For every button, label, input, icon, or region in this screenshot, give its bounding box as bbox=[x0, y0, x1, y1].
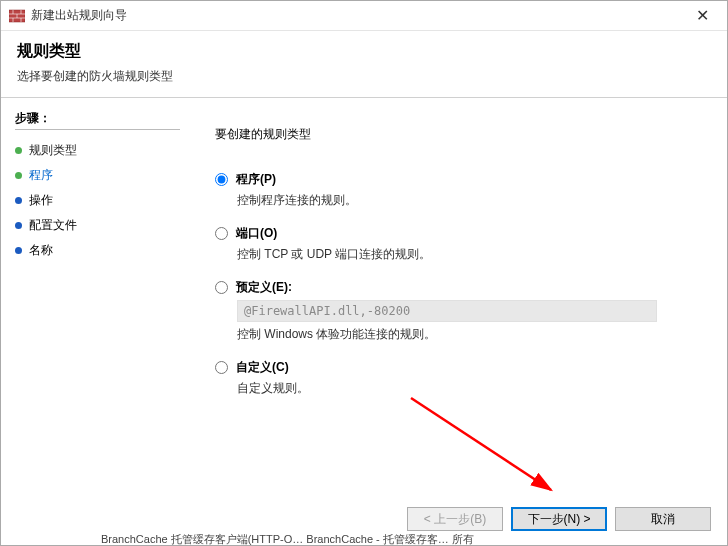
steps-sidebar: 步骤： 规则类型 程序 操作 配置文件 名称 bbox=[1, 98, 187, 545]
step-label: 操作 bbox=[29, 192, 53, 209]
step-item-action[interactable]: 操作 bbox=[15, 188, 180, 213]
radio-label: 端口(O) bbox=[236, 225, 277, 242]
wizard-content: 要创建的规则类型 程序(P) 控制程序连接的规则。 端口(O) 控制 TCP 或… bbox=[187, 98, 727, 545]
wizard-body: 步骤： 规则类型 程序 操作 配置文件 名称 bbox=[1, 98, 727, 545]
bullet-icon bbox=[15, 197, 22, 204]
page-title: 规则类型 bbox=[17, 41, 711, 62]
radio-port[interactable] bbox=[215, 227, 228, 240]
radio-desc: 控制 Windows 体验功能连接的规则。 bbox=[237, 326, 699, 343]
predefined-dropdown: @FirewallAPI.dll,-80200 bbox=[237, 300, 657, 322]
steps-heading: 步骤： bbox=[15, 110, 180, 127]
wizard-window: 新建出站规则向导 ✕ 规则类型 选择要创建的防火墙规则类型 步骤： 规则类型 程… bbox=[0, 0, 728, 546]
radio-desc: 自定义规则。 bbox=[237, 380, 699, 397]
step-label: 规则类型 bbox=[29, 142, 77, 159]
step-item-program[interactable]: 程序 bbox=[15, 163, 180, 188]
radio-desc: 控制 TCP 或 UDP 端口连接的规则。 bbox=[237, 246, 699, 263]
bullet-icon bbox=[15, 222, 22, 229]
step-item-rule-type[interactable]: 规则类型 bbox=[15, 138, 180, 163]
window-title: 新建出站规则向导 bbox=[31, 7, 127, 24]
radio-option-custom[interactable]: 自定义(C) bbox=[215, 359, 699, 376]
radio-option-program[interactable]: 程序(P) bbox=[215, 171, 699, 188]
radio-desc: 控制程序连接的规则。 bbox=[237, 192, 699, 209]
wizard-footer: < 上一步(B) 下一步(N) > 取消 bbox=[407, 507, 711, 531]
bullet-icon bbox=[15, 147, 22, 154]
close-button[interactable]: ✕ bbox=[681, 1, 723, 30]
firewall-icon bbox=[9, 8, 25, 24]
page-subtitle: 选择要创建的防火墙规则类型 bbox=[17, 68, 711, 85]
step-label: 配置文件 bbox=[29, 217, 77, 234]
radio-predefined[interactable] bbox=[215, 281, 228, 294]
step-item-profile[interactable]: 配置文件 bbox=[15, 213, 180, 238]
back-button: < 上一步(B) bbox=[407, 507, 503, 531]
background-row-peek: BranchCache 托管缓存客户端(HTTP-O… BranchCache … bbox=[101, 532, 474, 546]
content-heading: 要创建的规则类型 bbox=[215, 126, 699, 143]
titlebar: 新建出站规则向导 ✕ bbox=[1, 1, 727, 31]
radio-program[interactable] bbox=[215, 173, 228, 186]
step-label[interactable]: 程序 bbox=[29, 167, 53, 184]
bullet-icon bbox=[15, 172, 22, 179]
cancel-button[interactable]: 取消 bbox=[615, 507, 711, 531]
step-label: 名称 bbox=[29, 242, 53, 259]
bullet-icon bbox=[15, 247, 22, 254]
wizard-header: 规则类型 选择要创建的防火墙规则类型 bbox=[1, 31, 727, 97]
radio-option-port[interactable]: 端口(O) bbox=[215, 225, 699, 242]
radio-custom[interactable] bbox=[215, 361, 228, 374]
step-item-name[interactable]: 名称 bbox=[15, 238, 180, 263]
radio-label: 程序(P) bbox=[236, 171, 276, 188]
close-icon: ✕ bbox=[696, 6, 709, 25]
radio-label: 自定义(C) bbox=[236, 359, 289, 376]
radio-label: 预定义(E): bbox=[236, 279, 292, 296]
radio-option-predefined[interactable]: 预定义(E): bbox=[215, 279, 699, 296]
next-button[interactable]: 下一步(N) > bbox=[511, 507, 607, 531]
